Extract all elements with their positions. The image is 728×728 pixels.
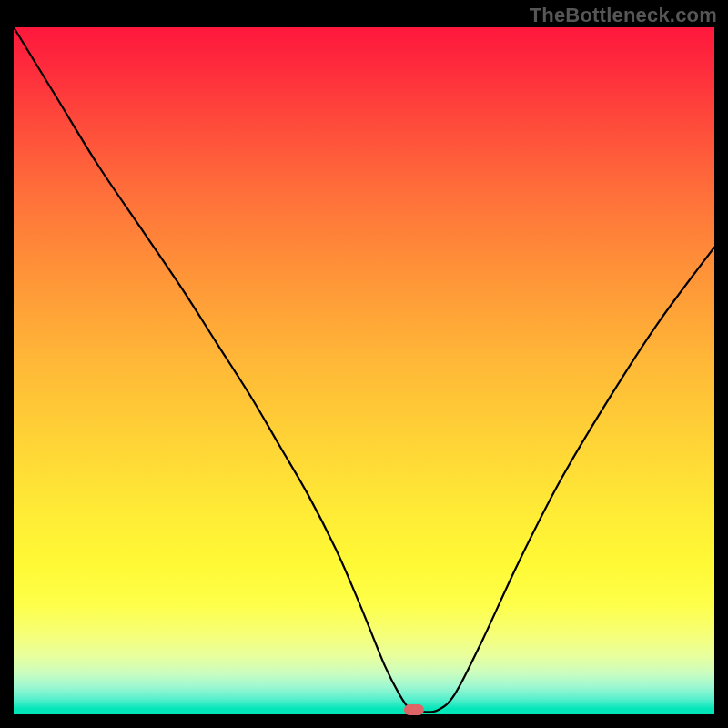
plot-area bbox=[14, 27, 714, 714]
chart-frame: TheBottleneck.com bbox=[0, 0, 728, 728]
optimum-marker bbox=[404, 704, 424, 715]
watermark-text: TheBottleneck.com bbox=[530, 4, 717, 27]
bottleneck-curve bbox=[14, 27, 714, 714]
